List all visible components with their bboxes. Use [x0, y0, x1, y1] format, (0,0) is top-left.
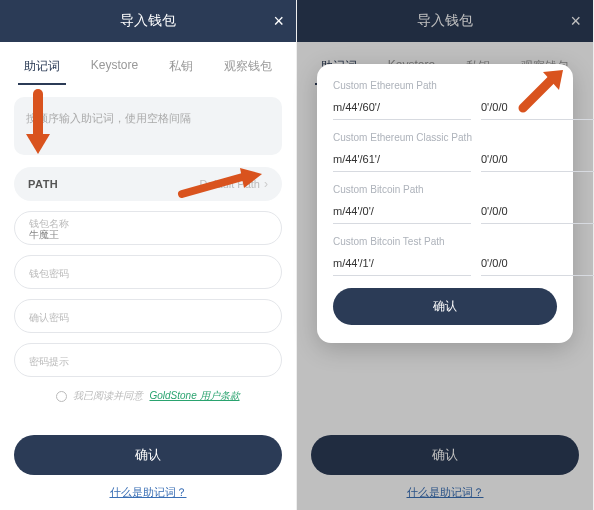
path-group-etc: Custom Ethereum Classic Path — [333, 132, 557, 172]
path-value-text: Default Path — [199, 178, 260, 190]
chevron-right-icon: › — [264, 177, 268, 191]
modal-confirm-button[interactable]: 确认 — [333, 288, 557, 325]
password-hint-field[interactable]: 密码提示 — [14, 343, 282, 377]
path-group-eth: Custom Ethereum Path — [333, 80, 557, 120]
screen-right: 导入钱包 × 助记词 Keystore 私钥 观察钱包 确认 什么是助记词？ C… — [297, 0, 594, 510]
path-modal: Custom Ethereum Path Custom Ethereum Cla… — [317, 64, 573, 343]
wallet-name-value: 牛魔王 — [29, 229, 267, 240]
close-icon[interactable]: × — [570, 11, 581, 32]
confirm-button[interactable]: 确认 — [311, 435, 579, 475]
path-prefix-input[interactable] — [333, 253, 471, 276]
confirm-password-label: 确认密码 — [29, 312, 267, 323]
path-prefix-input[interactable] — [333, 149, 471, 172]
path-suffix-input[interactable] — [481, 253, 594, 276]
terms-link[interactable]: GoldStone 用户条款 — [149, 389, 239, 403]
header-title: 导入钱包 — [120, 12, 176, 30]
tab-keystore[interactable]: Keystore — [85, 54, 144, 85]
header: 导入钱包 × — [297, 0, 593, 42]
content: 按顺序输入助记词，使用空格间隔 PATH Default Path › 钱包名称… — [0, 85, 296, 421]
path-suffix-input[interactable] — [481, 201, 594, 224]
path-suffix-input[interactable] — [481, 149, 594, 172]
path-group-title: Custom Ethereum Classic Path — [333, 132, 557, 143]
close-icon[interactable]: × — [273, 11, 284, 32]
wallet-password-field[interactable]: 钱包密码 — [14, 255, 282, 289]
wallet-name-label: 钱包名称 — [29, 218, 267, 229]
help-link[interactable]: 什么是助记词？ — [0, 475, 296, 510]
wallet-password-label: 钱包密码 — [29, 268, 267, 279]
tab-watch[interactable]: 观察钱包 — [218, 54, 278, 85]
tab-privatekey[interactable]: 私钥 — [163, 54, 199, 85]
path-group-btc-test: Custom Bitcoin Test Path — [333, 236, 557, 276]
screen-left: 导入钱包 × 助记词 Keystore 私钥 观察钱包 按顺序输入助记词，使用空… — [0, 0, 297, 510]
password-hint-label: 密码提示 — [29, 356, 267, 367]
help-link[interactable]: 什么是助记词？ — [297, 475, 593, 510]
header-title: 导入钱包 — [417, 12, 473, 30]
confirm-button[interactable]: 确认 — [14, 435, 282, 475]
path-group-title: Custom Bitcoin Path — [333, 184, 557, 195]
path-group-title: Custom Bitcoin Test Path — [333, 236, 557, 247]
path-row[interactable]: PATH Default Path › — [14, 167, 282, 201]
agree-prefix: 我已阅读并同意 — [73, 389, 143, 403]
checkbox-icon[interactable] — [56, 391, 67, 402]
tab-mnemonic[interactable]: 助记词 — [18, 54, 66, 85]
path-suffix-input[interactable] — [481, 97, 594, 120]
path-value: Default Path › — [199, 177, 268, 191]
path-group-title: Custom Ethereum Path — [333, 80, 557, 91]
path-label: PATH — [28, 178, 58, 190]
header: 导入钱包 × — [0, 0, 296, 42]
wallet-name-field[interactable]: 钱包名称 牛魔王 — [14, 211, 282, 245]
agree-row[interactable]: 我已阅读并同意 GoldStone 用户条款 — [14, 389, 282, 403]
tabs: 助记词 Keystore 私钥 观察钱包 — [0, 42, 296, 85]
path-prefix-input[interactable] — [333, 201, 471, 224]
path-prefix-input[interactable] — [333, 97, 471, 120]
mnemonic-textarea[interactable]: 按顺序输入助记词，使用空格间隔 — [14, 97, 282, 155]
path-group-btc: Custom Bitcoin Path — [333, 184, 557, 224]
confirm-password-field[interactable]: 确认密码 — [14, 299, 282, 333]
